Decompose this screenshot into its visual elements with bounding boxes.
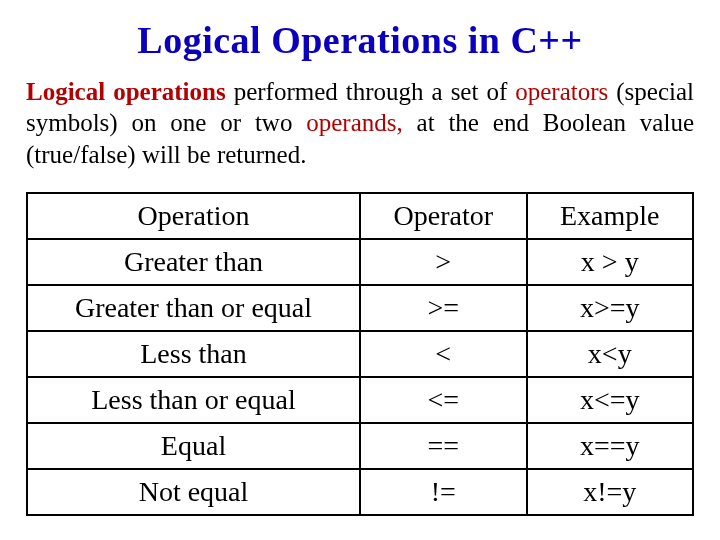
intro-keyword-operands: operands, — [306, 109, 403, 136]
cell-operation: Equal — [27, 423, 360, 469]
cell-operator: > — [360, 239, 527, 285]
table-row: Less than < x<y — [27, 331, 693, 377]
cell-example: x==y — [527, 423, 694, 469]
cell-example: x!=y — [527, 469, 694, 515]
table-row: Less than or equal <= x<=y — [27, 377, 693, 423]
header-operation: Operation — [27, 193, 360, 239]
cell-operator: < — [360, 331, 527, 377]
table-header-row: Operation Operator Example — [27, 193, 693, 239]
intro-keyword-logical-operations: Logical operations — [26, 78, 226, 105]
cell-operation: Not equal — [27, 469, 360, 515]
intro-keyword-operators: operators — [515, 78, 608, 105]
cell-example: x<y — [527, 331, 694, 377]
table-row: Greater than > x > y — [27, 239, 693, 285]
cell-operation: Less than — [27, 331, 360, 377]
cell-example: x<=y — [527, 377, 694, 423]
header-example: Example — [527, 193, 694, 239]
header-operator: Operator — [360, 193, 527, 239]
cell-operator: == — [360, 423, 527, 469]
table-row: Equal == x==y — [27, 423, 693, 469]
page-title: Logical Operations in C++ — [26, 18, 694, 62]
cell-operator: <= — [360, 377, 527, 423]
intro-text-1: performed through a set of — [226, 78, 516, 105]
cell-operation: Greater than or equal — [27, 285, 360, 331]
cell-example: x>=y — [527, 285, 694, 331]
cell-operation: Less than or equal — [27, 377, 360, 423]
cell-example: x > y — [527, 239, 694, 285]
table-row: Not equal != x!=y — [27, 469, 693, 515]
intro-paragraph: Logical operations performed through a s… — [26, 76, 694, 170]
cell-operator: != — [360, 469, 527, 515]
operators-table: Operation Operator Example Greater than … — [26, 192, 694, 516]
cell-operation: Greater than — [27, 239, 360, 285]
table-row: Greater than or equal >= x>=y — [27, 285, 693, 331]
cell-operator: >= — [360, 285, 527, 331]
